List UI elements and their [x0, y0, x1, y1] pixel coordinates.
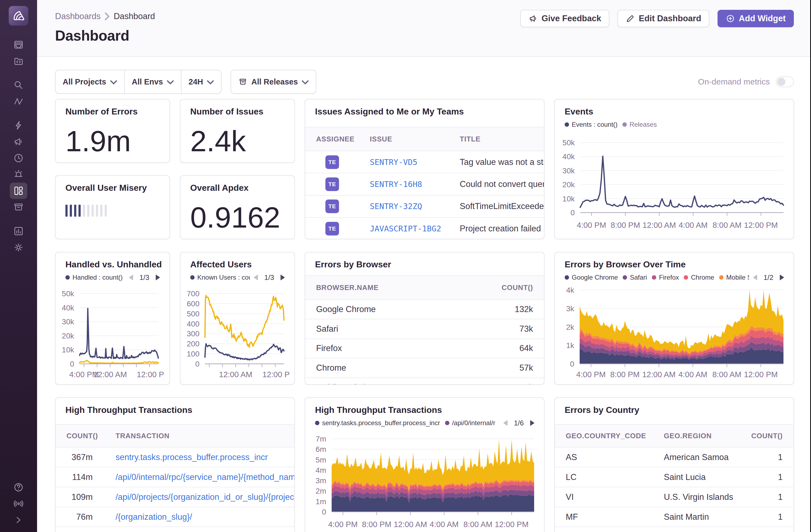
widget-errors-by-browser-over-time: Errors by Browser Over TimeGoogle Chrome…: [554, 252, 794, 385]
sidebar-item-issues[interactable]: [10, 36, 27, 53]
svg-text:12:00 AM: 12:00 AM: [93, 370, 127, 379]
svg-text:8:00 AM: 8:00 AM: [463, 520, 492, 529]
assignee-avatar[interactable]: TE: [325, 222, 339, 235]
column-header[interactable]: BROWSER.NAME: [316, 284, 379, 292]
svg-text:700: 700: [187, 289, 199, 298]
sidebar-item-dashboards[interactable]: [10, 183, 27, 199]
widget-handled-vs-unhandled: Handled vs. UnhandledHandled : count()1/…: [55, 252, 170, 385]
table-row[interactable]: ASAmerican Samoa1: [555, 447, 794, 467]
svg-text:4m: 4m: [316, 466, 326, 474]
sidebar-item-replays[interactable]: [10, 150, 27, 166]
table-row[interactable]: Chrome57k: [305, 359, 544, 378]
svg-text:30k: 30k: [62, 318, 74, 326]
browser-count: 132k: [515, 304, 533, 314]
chart-plot: 010k20k30k40k50k4:00 PM8:00 PM12:00 AM4:…: [555, 100, 794, 239]
country-count: 1: [778, 472, 783, 482]
table-row[interactable]: VIU.S. Virgin Islands1: [555, 487, 794, 507]
dashboard-grid: Number of Errors1.9mNumber of Issues2.4k…: [0, 0, 811, 532]
widget-errors-by-country: Errors by CountryGEO.COUNTRY_CODEGEO.REG…: [554, 397, 794, 532]
svg-text:12:00 PM: 12:00 PM: [744, 370, 778, 379]
table-row[interactable]: 76m/{organization_slug}/: [56, 507, 294, 527]
column-header[interactable]: COUNT(): [502, 284, 533, 292]
sidebar-item-explore[interactable]: [10, 53, 27, 69]
svg-text:3k: 3k: [566, 304, 575, 313]
svg-text:8:00 AM: 8:00 AM: [713, 221, 741, 229]
column-header[interactable]: TITLE: [460, 135, 480, 143]
country-region: U.S. Virgin Islands: [664, 492, 733, 502]
table-row[interactable]: MFSaint Martin1: [555, 507, 794, 527]
svg-text:1k: 1k: [566, 341, 575, 350]
collapse-icon: [13, 515, 24, 525]
column-header[interactable]: GEO.REGION: [664, 432, 712, 440]
svg-text:2k: 2k: [566, 323, 575, 331]
svg-text:12:00 AM: 12:00 AM: [643, 221, 676, 229]
transaction-link[interactable]: /api/0/internal/rpc/{service_name}/{meth…: [116, 472, 294, 482]
sidebar-item-performance[interactable]: [10, 117, 27, 134]
sidebar-item-releases[interactable]: [10, 199, 27, 215]
table-row[interactable]: 114m/api/0/internal/rpc/{service_name}/{…: [56, 467, 294, 487]
sidebar-item-feedback[interactable]: [10, 134, 27, 150]
country-code: VI: [566, 492, 573, 502]
sidebar-item-broadcast[interactable]: [10, 496, 27, 512]
svg-text:12:00 PM: 12:00 PM: [744, 221, 778, 229]
table-row[interactable]: LCSaint Lucia1: [555, 467, 794, 487]
svg-text:10k: 10k: [62, 346, 74, 354]
search-icon: [13, 80, 24, 90]
transaction-link[interactable]: sentry.tasks.process_buffer.process_incr: [116, 452, 294, 462]
issue-link[interactable]: SENTRY-16H8: [370, 180, 422, 189]
svg-text:300: 300: [187, 330, 199, 338]
column-header[interactable]: COUNT(): [751, 432, 783, 440]
sidebar-item-help[interactable]: [10, 479, 27, 496]
svg-text:8:00 PM: 8:00 PM: [610, 370, 640, 379]
column-header[interactable]: COUNT(): [66, 432, 98, 440]
browser-name: Google Chrome: [316, 304, 376, 314]
sidebar-item-alerts[interactable]: [10, 166, 27, 183]
sidebar-item-settings[interactable]: [10, 239, 27, 256]
table-row[interactable]: TESENTRY-VD5Tag value was not a string: [305, 151, 544, 173]
assignee-avatar[interactable]: TE: [325, 155, 339, 169]
svg-text:12:00 PM: 12:00 PM: [495, 520, 529, 529]
table-row[interactable]: 109m/api/0/projects/{organization_id_or_…: [56, 487, 294, 507]
table-row[interactable]: TEJAVASCRIPT-1BG2Project creation failed: [305, 218, 544, 239]
transaction-link[interactable]: /{organization_slug}/: [116, 512, 294, 522]
table-row[interactable]: TESENTRY-16H8Could not convert query t: [305, 173, 544, 195]
issue-title: Could not convert query t: [460, 179, 544, 189]
widget-title: Errors by Browser: [315, 259, 540, 270]
issue-link[interactable]: SENTRY-VD5: [370, 157, 417, 167]
svg-text:0: 0: [70, 360, 74, 368]
svg-text:2m: 2m: [316, 487, 326, 495]
sidebar-item-stats-line[interactable]: [10, 93, 27, 109]
user-misery-score-bar: [65, 205, 107, 217]
column-header[interactable]: GEO.COUNTRY_CODE: [566, 432, 646, 440]
column-header[interactable]: TRANSACTION: [116, 432, 169, 440]
replays-icon: [13, 153, 24, 163]
sidebar-item-stats[interactable]: [10, 223, 27, 239]
issue-link[interactable]: JAVASCRIPT-1BG2: [370, 224, 441, 233]
widget-overall-apdex: Overall Apdex0.9162: [180, 175, 295, 239]
svg-text:30k: 30k: [563, 167, 575, 175]
table-row[interactable]: Firefox64k: [305, 339, 544, 359]
country-region: Saint Martin: [664, 512, 709, 522]
column-header[interactable]: ISSUE: [370, 135, 392, 143]
sidebar-item-collapse[interactable]: [10, 512, 27, 528]
column-header[interactable]: ASSIGNEE: [316, 135, 354, 143]
browser-name: Chrome: [316, 363, 346, 373]
browser-name: Safari: [316, 324, 338, 334]
assignee-avatar[interactable]: TE: [325, 199, 339, 213]
table-row[interactable]: Mobile Safari33k: [305, 378, 544, 385]
svg-text:400: 400: [187, 320, 199, 328]
sidebar-item-search[interactable]: [10, 77, 27, 93]
country-count: 1: [778, 492, 783, 502]
svg-text:0: 0: [570, 209, 575, 217]
table-row[interactable]: Safari73k: [305, 319, 544, 339]
sentry-logo[interactable]: [9, 6, 28, 26]
issue-link[interactable]: SENTRY-32ZQ: [370, 202, 422, 211]
table-row[interactable]: TESENTRY-32ZQSoftTimeLimitExceeded: [305, 196, 544, 218]
svg-text:1m: 1m: [316, 497, 326, 506]
svg-text:8:00 AM: 8:00 AM: [712, 370, 741, 379]
assignee-avatar[interactable]: TE: [325, 178, 339, 191]
transaction-link[interactable]: /api/0/projects/{organization_id_or_slug…: [116, 492, 294, 502]
widget-title: Errors by Country: [565, 405, 790, 415]
table-row[interactable]: 367msentry.tasks.process_buffer.process_…: [56, 447, 294, 467]
table-row[interactable]: Google Chrome132k: [305, 300, 544, 319]
